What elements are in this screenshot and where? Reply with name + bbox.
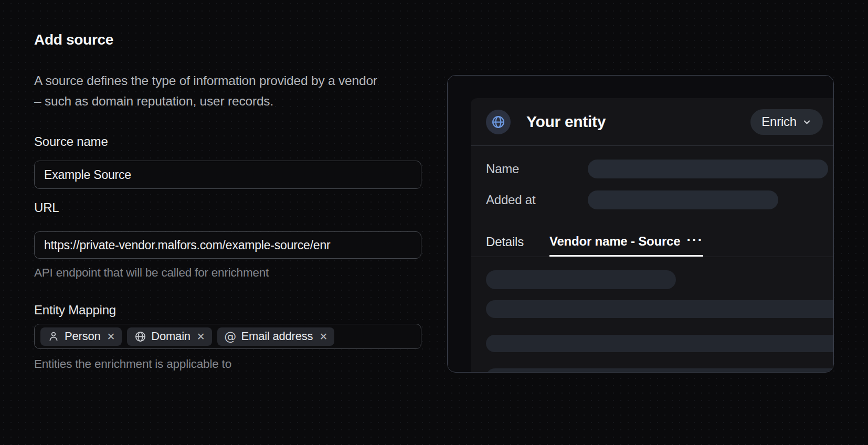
entity-title: Your entity xyxy=(526,113,606,131)
tab-details-label: Details xyxy=(486,235,524,249)
entity-tag-person[interactable]: Person ✕ xyxy=(40,327,122,346)
entity-avatar xyxy=(486,110,511,134)
added-at-row-label: Added at xyxy=(486,193,535,207)
globe-icon xyxy=(134,330,146,343)
entity-tag-email[interactable]: @ Email address ✕ xyxy=(217,327,335,346)
globe-icon xyxy=(491,115,505,129)
content-skeleton-bar xyxy=(486,300,834,318)
enrich-button[interactable]: Enrich xyxy=(750,109,823,135)
entity-mapping-label: Entity Mapping xyxy=(34,303,421,317)
tab-details[interactable]: Details xyxy=(486,227,524,257)
tab-vendor-source-label: Vendor name - Source xyxy=(549,234,680,249)
entity-tag-label: Person xyxy=(65,330,101,343)
url-input[interactable] xyxy=(34,231,421,259)
page-title: Add source xyxy=(34,31,421,48)
entity-mapping-field[interactable]: Person ✕ Domain ✕ @ Email addre xyxy=(34,324,421,349)
entity-tag-domain[interactable]: Domain ✕ xyxy=(127,327,211,346)
entity-tabs: Details Vendor name - Source ··· xyxy=(471,227,833,257)
remove-person-icon[interactable]: ✕ xyxy=(107,332,115,342)
page-background: Add source A source defines the type of … xyxy=(0,0,868,445)
remove-email-icon[interactable]: ✕ xyxy=(319,332,327,342)
more-options-icon[interactable]: ··· xyxy=(686,233,703,250)
remove-domain-icon[interactable]: ✕ xyxy=(197,332,205,342)
entity-preview-card: Your entity Enrich Name Added at Details… xyxy=(447,75,834,373)
add-source-form: Add source A source defines the type of … xyxy=(34,31,421,371)
content-skeleton-bar xyxy=(486,335,834,352)
chevron-down-icon xyxy=(802,117,812,127)
source-name-label: Source name xyxy=(34,134,421,149)
content-skeleton-bar xyxy=(486,368,834,373)
url-label: URL xyxy=(34,200,421,215)
person-icon xyxy=(47,330,60,343)
entity-tag-label: Domain xyxy=(151,330,190,343)
entity-panel: Your entity Enrich Name Added at Details… xyxy=(471,98,833,372)
tab-vendor-source[interactable]: Vendor name - Source ··· xyxy=(549,227,703,257)
url-helper-text: API endpoint that will be called for enr… xyxy=(34,266,421,280)
source-name-input[interactable] xyxy=(34,161,421,189)
entity-tag-label: Email address xyxy=(241,330,313,343)
entity-panel-header: Your entity Enrich xyxy=(471,98,833,146)
entity-mapping-helper-text: Entities the enrichment is applicable to xyxy=(34,357,421,371)
enrich-button-label: Enrich xyxy=(761,114,797,129)
name-row-label: Name xyxy=(486,162,519,176)
page-description: A source defines the type of information… xyxy=(34,70,385,111)
name-value-skeleton xyxy=(588,160,828,178)
content-skeleton-bar xyxy=(486,270,676,289)
added-at-value-skeleton xyxy=(588,190,778,209)
at-icon: @ xyxy=(224,330,237,343)
